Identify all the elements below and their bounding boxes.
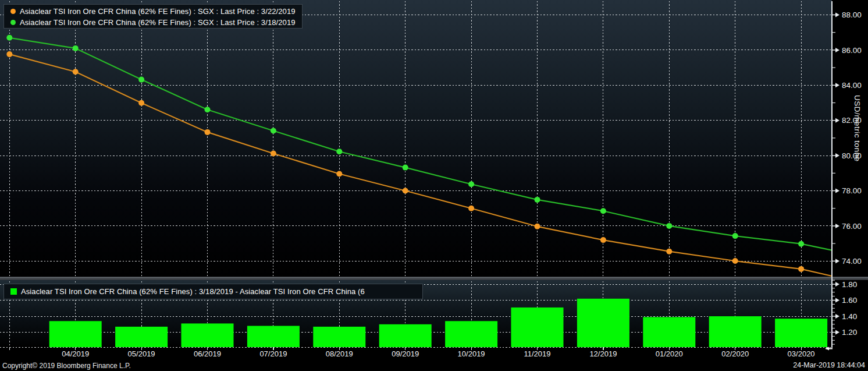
data-point: [403, 165, 408, 171]
data-point: [468, 206, 474, 211]
data-point: [798, 241, 804, 247]
data-point: [535, 197, 540, 203]
x-tick-label: 01/2020: [656, 349, 683, 358]
spread-bar[interactable]: [643, 317, 695, 347]
x-tick-label: 06/2019: [194, 349, 221, 358]
copyright-text: Copyright© 2019 Bloomberg Finance L.P.: [2, 362, 131, 370]
data-point: [732, 258, 738, 264]
y-tick-label: 86.00: [842, 46, 862, 55]
y-axis-title: USD/metric tonne: [853, 95, 862, 162]
chart-plot-area[interactable]: 74.0076.0078.0080.0082.0084.0086.0088.00…: [0, 0, 868, 371]
legend-item[interactable]: Asiaclear TSI Iron Ore CFR China (62% FE…: [4, 286, 368, 297]
spread-bar[interactable]: [247, 326, 300, 348]
spread-bar[interactable]: [182, 323, 234, 347]
y-tick-label: 74.00: [842, 257, 862, 266]
data-point: [666, 223, 672, 229]
x-tick-label: 05/2019: [128, 349, 155, 358]
data-point: [403, 188, 408, 194]
data-point: [666, 249, 672, 255]
data-point: [535, 224, 540, 229]
y-tick-label: 84.00: [842, 81, 862, 90]
data-point: [73, 69, 79, 75]
x-tick-label: 10/2019: [458, 349, 485, 358]
x-tick-label: 02/2020: [721, 349, 749, 358]
data-point: [73, 45, 79, 51]
spread-bar[interactable]: [445, 321, 497, 347]
data-point: [468, 181, 474, 187]
x-tick-label: 07/2019: [259, 349, 287, 358]
data-point: [6, 51, 12, 57]
legend-item[interactable]: Asiaclear TSI Iron Ore CFR China (62% FE…: [4, 6, 302, 17]
data-point: [600, 208, 606, 214]
data-point: [600, 237, 606, 243]
legend-label: Asiaclear TSI Iron Ore CFR China (62% FE…: [20, 18, 296, 27]
x-tick-label: 08/2019: [326, 349, 353, 358]
data-point: [336, 149, 342, 154]
green-series-dot-icon: [10, 20, 16, 25]
spread-bar[interactable]: [511, 308, 564, 347]
spread-bar[interactable]: [313, 327, 365, 347]
spread-bar[interactable]: [115, 327, 168, 347]
green-bar-square-icon: [10, 288, 17, 295]
data-point: [271, 128, 276, 134]
x-tick-label: 12/2019: [589, 349, 617, 358]
bottom-panel-legend[interactable]: Asiaclear TSI Iron Ore CFR China (62% FE…: [3, 284, 423, 299]
spread-bar[interactable]: [379, 324, 432, 347]
y-tick-label: 76.00: [842, 222, 862, 231]
spread-bar[interactable]: [709, 316, 762, 347]
data-point: [732, 233, 738, 239]
orange-series-dot-icon: [10, 9, 16, 14]
y-tick-label: 1.80: [842, 280, 857, 289]
data-point: [138, 77, 144, 83]
panel-separator: [0, 277, 868, 280]
legend-item[interactable]: Asiaclear TSI Iron Ore CFR China (62% FE…: [4, 17, 302, 28]
data-point: [138, 100, 144, 106]
spread-bar[interactable]: [775, 319, 827, 347]
legend-label: Asiaclear TSI Iron Ore CFR China (62% FE…: [21, 287, 365, 296]
y-tick-label: 1.40: [842, 312, 857, 321]
x-tick-label: 04/2019: [62, 349, 89, 358]
legend-label: Asiaclear TSI Iron Ore CFR China (62% FE…: [20, 7, 296, 16]
x-tick-label: 09/2019: [392, 349, 419, 358]
y-tick-label: 1.20: [842, 328, 857, 337]
right-axis: 74.0076.0078.0080.0082.0084.0086.0088.00…: [832, 1, 862, 348]
x-tick-label: 03/2020: [788, 349, 815, 358]
x-axis: 04/201905/201906/201907/201908/201909/20…: [9, 347, 833, 359]
data-point: [336, 171, 342, 177]
data-point: [205, 107, 211, 112]
spread-bar[interactable]: [577, 299, 629, 347]
timestamp-text: 24-Mar-2019 18:44:04: [793, 361, 865, 369]
data-point: [205, 129, 211, 135]
spread-bar[interactable]: [49, 321, 102, 347]
y-tick-label: 88.00: [842, 10, 862, 19]
y-tick-label: 1.60: [842, 296, 857, 305]
chart-window: 74.0076.0078.0080.0082.0084.0086.0088.00…: [0, 0, 868, 371]
data-point: [798, 266, 804, 272]
top-panel-legend[interactable]: Asiaclear TSI Iron Ore CFR China (62% FE…: [3, 4, 303, 29]
y-tick-label: 78.00: [842, 186, 862, 195]
data-point: [271, 151, 276, 157]
data-point: [6, 35, 12, 41]
top-panel-bg: [0, 0, 832, 277]
x-tick-label: 11/2019: [524, 349, 550, 358]
